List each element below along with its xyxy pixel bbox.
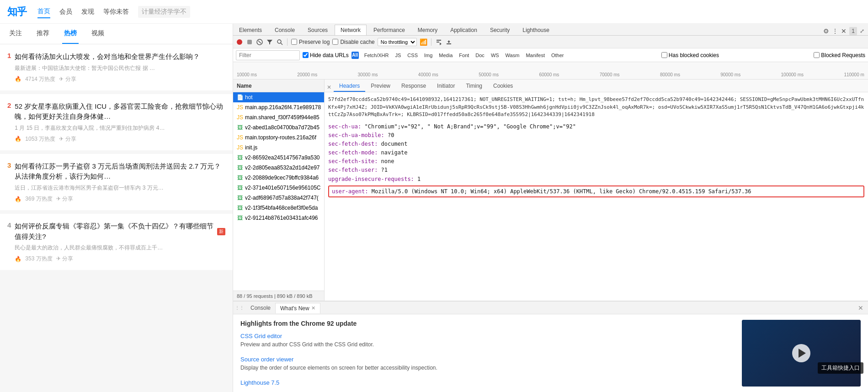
item-title[interactable]: 52 岁女星李嘉欣病重入住 ICU，多器官罢工险丧命，抢救细节惊心动魄，如何更好… bbox=[15, 101, 225, 122]
disable-cache-input[interactable] bbox=[332, 39, 338, 45]
blocked-requests-checkbox[interactable]: Blocked Requests bbox=[814, 52, 865, 58]
filter-doc[interactable]: Doc bbox=[473, 52, 487, 59]
undock-icon[interactable]: ⤢ bbox=[860, 28, 864, 34]
tab-application[interactable]: Application bbox=[444, 25, 483, 35]
item-title[interactable]: 如何评价反腐专辑《零容忍》第一集《不负十四亿》？有哪些细节值得关注? bbox=[15, 221, 214, 242]
lighthouse-link[interactable]: Lighthouse 7.5 bbox=[240, 379, 735, 386]
share-link[interactable]: ✈ 分享 bbox=[59, 135, 76, 143]
list-item[interactable]: JS main.shared_f30f7459f944e85 bbox=[233, 112, 324, 122]
preserve-log-input[interactable] bbox=[291, 39, 297, 45]
request-list: Name 📄 hot JS main.app.216a26f4.71e98917… bbox=[233, 79, 325, 301]
list-item[interactable]: 🖼 v2-20889de9cec79bffc9384a6 bbox=[233, 173, 324, 183]
nav-link-discover[interactable]: 发现 bbox=[81, 6, 94, 18]
heat-count: 4714 万热度 bbox=[25, 75, 55, 83]
nav-link-answer[interactable]: 等你未答 bbox=[103, 6, 129, 18]
stop-recording-button[interactable] bbox=[246, 38, 253, 46]
name-column-header[interactable]: Name bbox=[233, 79, 324, 92]
tab-security[interactable]: Security bbox=[484, 25, 516, 35]
tab-memory[interactable]: Memory bbox=[412, 25, 443, 35]
import-button[interactable] bbox=[435, 38, 442, 46]
settings-icon[interactable]: ⚙ bbox=[823, 27, 829, 35]
close-icon[interactable]: ✕ bbox=[841, 27, 847, 35]
tab-sources[interactable]: Sources bbox=[302, 25, 334, 35]
close-bottom-panel-button[interactable]: ✕ bbox=[855, 303, 866, 313]
share-link[interactable]: ✈ 分享 bbox=[56, 195, 73, 203]
filter-font[interactable]: Font bbox=[456, 52, 472, 59]
share-link[interactable]: ✈ 分享 bbox=[59, 75, 76, 83]
tab-timing[interactable]: Timing bbox=[460, 81, 488, 92]
whats-new-item-title[interactable]: Source order viewer bbox=[240, 356, 735, 363]
list-item[interactable]: 📄 hot bbox=[233, 92, 324, 102]
item-title[interactable]: 如何看待汤加火山大喷发，会对当地和全世界产生什么影响？ bbox=[15, 52, 200, 62]
tab-recommend[interactable]: 推荐 bbox=[35, 24, 51, 44]
filter-media[interactable]: Media bbox=[436, 52, 455, 59]
list-item[interactable]: 🖼 v2-2d805eaa8532a2d1d42e97 bbox=[233, 163, 324, 173]
filter-manifest[interactable]: Manifest bbox=[523, 52, 548, 59]
filter-ws[interactable]: WS bbox=[488, 52, 502, 59]
list-item[interactable]: JS init.js bbox=[233, 143, 324, 153]
filter-input[interactable] bbox=[236, 50, 300, 60]
tab-preview[interactable]: Preview bbox=[365, 81, 396, 92]
list-item[interactable]: JS main.app.216a26f4.71e989178 bbox=[233, 102, 324, 112]
list-item[interactable]: 🖼 v2-86592ea245147567a9a530 bbox=[233, 153, 324, 163]
tab-follow[interactable]: 关注 bbox=[7, 24, 24, 44]
file-name: main.app.216a26f4.71e989178 bbox=[245, 104, 321, 111]
throttling-select[interactable]: No throttling Fast 3G Slow 3G bbox=[378, 38, 417, 46]
list-item[interactable]: 🖼 v2-91214b8761e03431afc496 bbox=[233, 213, 324, 223]
list-item[interactable]: 🖼 v2-371e401e507156e956105C bbox=[233, 183, 324, 193]
has-blocked-checkbox[interactable]: Has blocked cookies bbox=[661, 52, 719, 58]
list-item[interactable]: 🖼 v2-1f3f54bfa468ce8ef3f0e5da bbox=[233, 203, 324, 213]
more-icon[interactable]: ⋮ bbox=[832, 27, 838, 35]
tab-initiator[interactable]: Initiator bbox=[431, 81, 460, 92]
nav-link-home[interactable]: 首页 bbox=[37, 5, 50, 18]
share-link[interactable]: ✈ 分享 bbox=[56, 255, 73, 263]
close-detail-button[interactable]: ✕ bbox=[325, 83, 334, 92]
maximize-icon[interactable]: 1 bbox=[849, 27, 857, 35]
tab-headers[interactable]: Headers bbox=[334, 81, 365, 92]
item-title[interactable]: 如何看待江苏一男子盗窃 3 万元后当场查阅刑法并送回去 2.7 万元？从法律角度… bbox=[15, 161, 225, 182]
nav-link-member[interactable]: 会员 bbox=[59, 6, 72, 18]
tab-performance[interactable]: Performance bbox=[367, 25, 411, 35]
filter-img[interactable]: Img bbox=[421, 52, 435, 59]
tab-network[interactable]: Network bbox=[335, 25, 367, 35]
tab-response[interactable]: Response bbox=[396, 81, 431, 92]
list-item[interactable]: 🖼 v2-adf68967d57a838a42f747( bbox=[233, 193, 324, 203]
hide-data-urls-checkbox[interactable]: Hide data URLs bbox=[303, 52, 349, 58]
tab-console[interactable]: Console bbox=[269, 25, 301, 35]
item-subtitle: 最新进展：中国驻汤加大使馆：暂无中国公民伤亡报 据 … bbox=[15, 64, 200, 73]
filter-wasm[interactable]: Wasm bbox=[503, 52, 522, 59]
tab-video[interactable]: 视频 bbox=[90, 24, 106, 44]
clear-button[interactable] bbox=[256, 38, 263, 46]
filter-other[interactable]: Other bbox=[548, 52, 567, 59]
tools-overlay[interactable]: 工具箱快捷入口 bbox=[818, 362, 863, 374]
disable-cache-checkbox[interactable]: Disable cache bbox=[332, 39, 374, 45]
preserve-log-checkbox[interactable]: Preserve log bbox=[291, 39, 330, 45]
search-button[interactable] bbox=[276, 38, 283, 46]
list-item[interactable]: JS main.topstory-routes.216a26f bbox=[233, 132, 324, 143]
play-button[interactable] bbox=[792, 344, 810, 362]
close-tab-icon[interactable]: ✕ bbox=[311, 305, 315, 311]
tab-lighthouse[interactable]: Lighthouse bbox=[517, 25, 555, 35]
filter-js[interactable]: JS bbox=[393, 52, 404, 59]
whats-new-video[interactable] bbox=[742, 320, 861, 387]
filter-toggle-button[interactable] bbox=[266, 38, 273, 46]
blocked-requests-input[interactable] bbox=[814, 52, 820, 58]
filter-fetch-xhr[interactable]: Fetch/XHR bbox=[362, 52, 392, 59]
whats-new-item-title[interactable]: CSS Grid editor bbox=[240, 333, 735, 339]
export-button[interactable] bbox=[445, 38, 453, 46]
record-button[interactable] bbox=[236, 38, 243, 46]
zhihu-logo[interactable]: 知乎 bbox=[7, 5, 27, 19]
header-value: none bbox=[381, 158, 394, 164]
filter-css[interactable]: CSS bbox=[405, 52, 421, 59]
list-item[interactable]: 🖼 v2-abed1a8c04700ba7d72b45 bbox=[233, 122, 324, 132]
tab-console-bottom[interactable]: Console bbox=[246, 303, 275, 313]
has-blocked-input[interactable] bbox=[661, 52, 667, 58]
tab-whats-new[interactable]: What's New ✕ bbox=[275, 303, 320, 313]
all-filter-badge[interactable]: All bbox=[351, 52, 359, 59]
hide-data-urls-input[interactable] bbox=[303, 52, 309, 58]
timeline-labels: 10000 ms 20000 ms 30000 ms 40000 ms 5000… bbox=[233, 72, 868, 77]
tab-hot[interactable]: 热榜 bbox=[62, 24, 79, 44]
timeline-label-1: 10000 ms bbox=[237, 72, 257, 77]
tab-elements[interactable]: Elements bbox=[233, 25, 268, 35]
tab-cookies[interactable]: Cookies bbox=[488, 81, 518, 92]
